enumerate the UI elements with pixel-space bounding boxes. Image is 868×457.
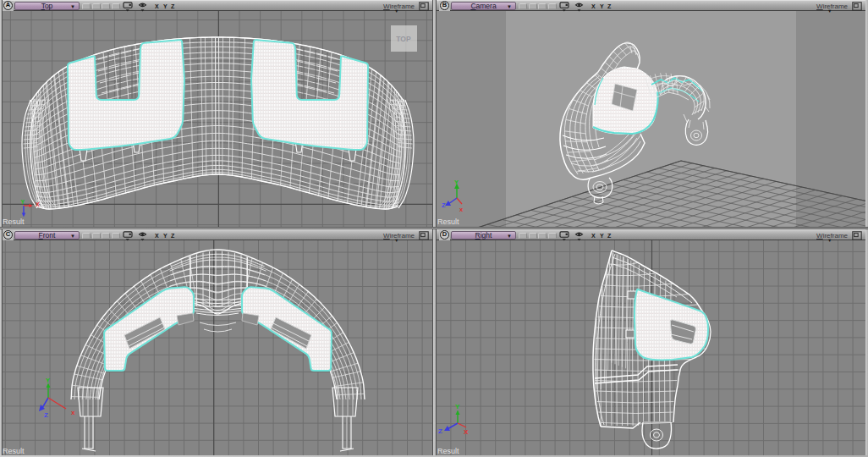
svg-text:Y: Y	[454, 179, 459, 186]
svg-text:Result: Result	[437, 217, 459, 226]
svg-text:Y: Y	[46, 377, 50, 384]
svg-text:Result: Result	[3, 217, 25, 226]
svg-text:X: X	[36, 201, 40, 207]
svg-text:Z: Z	[44, 411, 48, 419]
svg-text:Z: Z	[442, 201, 446, 209]
svg-text:Result: Result	[3, 447, 25, 455]
svg-text:Y: Y	[21, 199, 25, 205]
svg-text:x: x	[71, 409, 75, 416]
svg-text:X: X	[464, 428, 469, 436]
svg-text:TOP: TOP	[396, 35, 411, 43]
svg-text:Result: Result	[437, 447, 459, 455]
svg-text:Y: Y	[455, 403, 460, 410]
svg-text:Z: Z	[438, 427, 442, 435]
